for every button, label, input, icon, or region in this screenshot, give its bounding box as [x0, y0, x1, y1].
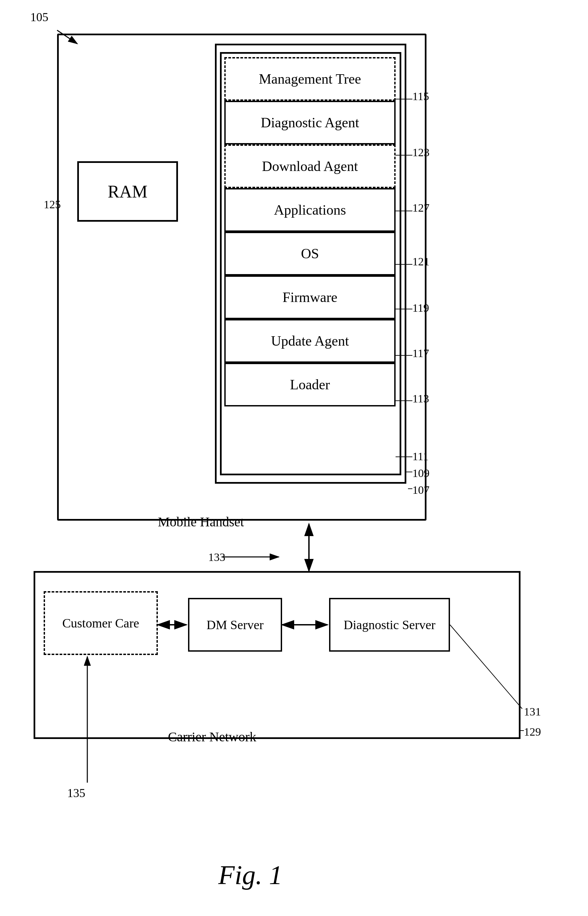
applications-box: Applications — [225, 188, 396, 232]
ref-label-107: 107 — [412, 484, 430, 496]
customer-care-box: Customer Care — [44, 591, 158, 655]
mobile-handset-label: Mobile Handset — [158, 514, 244, 530]
diagnostic-agent-box: Diagnostic Agent — [225, 101, 396, 144]
ref-label-131: 131 — [524, 705, 541, 718]
ref-label-117: 117 — [412, 347, 429, 360]
carrier-network-label: Carrier Network — [168, 729, 256, 745]
os-box: OS — [225, 232, 396, 275]
update-agent-box: Update Agent — [225, 319, 396, 363]
ref-label-109: 109 — [412, 467, 430, 480]
ref-label-105: 105 — [30, 10, 48, 24]
ram-box: RAM — [77, 161, 178, 222]
ref-label-113: 113 — [412, 393, 429, 405]
ref-label-123: 123 — [412, 146, 430, 159]
ref-label-115: 115 — [412, 90, 429, 103]
download-agent-box: Download Agent — [225, 144, 396, 188]
ref-label-111: 111 — [412, 450, 428, 463]
ref-label-135: 135 — [67, 786, 85, 800]
ref-label-121: 121 — [412, 255, 430, 268]
loader-box: Loader — [225, 363, 396, 406]
component-stack: Management Tree Diagnostic Agent Downloa… — [225, 57, 396, 406]
diagnostic-server-box: Diagnostic Server — [329, 598, 450, 652]
diagram: 105 RAM 125 Management Tree Diagnostic A… — [0, 0, 588, 916]
figure-label: Fig. 1 — [218, 860, 283, 890]
ref-label-119: 119 — [412, 302, 429, 314]
ref-label-127: 127 — [412, 202, 430, 214]
management-tree-box: Management Tree — [225, 57, 396, 101]
dm-server-box: DM Server — [188, 598, 282, 652]
ref-label-129: 129 — [524, 725, 541, 738]
firmware-box: Firmware — [225, 275, 396, 319]
ref-label-133: 133 — [208, 551, 225, 564]
ref-label-125: 125 — [44, 198, 61, 211]
